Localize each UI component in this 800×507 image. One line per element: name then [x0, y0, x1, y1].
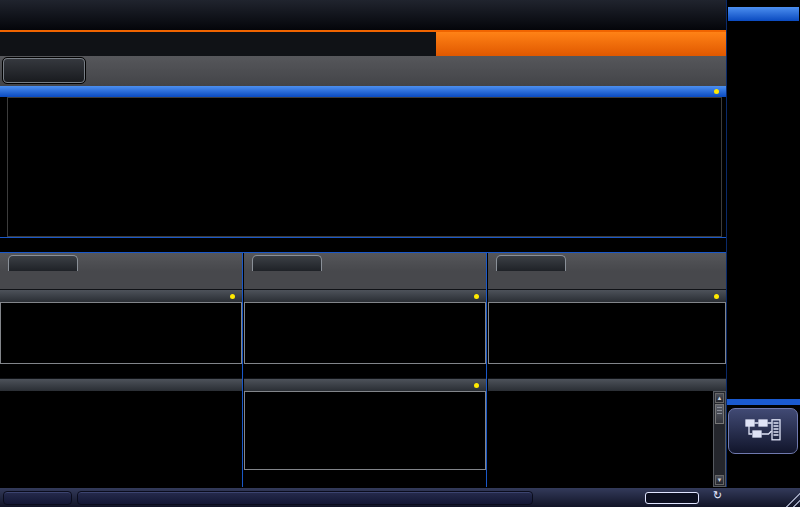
- ref-sync-icon: ↻: [713, 490, 722, 501]
- vsa3-window-a-title: [488, 289, 726, 302]
- vector-axis-range: [244, 470, 486, 484]
- softkey-menu-title: [728, 7, 799, 21]
- trace-legend[interactable]: [714, 89, 722, 94]
- vector-iq-plot: [244, 391, 486, 470]
- scroll-up-icon[interactable]: ▲: [715, 393, 724, 403]
- scroll-down-icon[interactable]: ▼: [715, 475, 724, 485]
- vector-window: [244, 391, 486, 487]
- symbols-window: ▲ ▼: [488, 391, 726, 487]
- tab-bar: [0, 30, 726, 56]
- app-screen: ▲ ▼ ↻: [0, 0, 800, 507]
- softkey-sidebar: [727, 0, 800, 487]
- result-summary-title: [0, 378, 242, 391]
- spectrum-scale-bar: [0, 237, 726, 253]
- status-bar: ↻: [0, 487, 800, 507]
- vector-window-title: [244, 378, 486, 391]
- channel-settings-bar: [0, 56, 726, 86]
- toolbar: [0, 0, 726, 30]
- trace-color-dot: [714, 89, 719, 94]
- vsa3-axis-range: [488, 364, 726, 378]
- vsa3-tab[interactable]: [496, 255, 566, 271]
- vsa3-panel: ▲ ▼: [488, 253, 726, 487]
- mode-banner-background: [436, 32, 726, 56]
- vsa1-tab[interactable]: [8, 255, 78, 271]
- vsa3-constellation-plot: [488, 302, 726, 364]
- panel-separator: [486, 253, 488, 487]
- symbols-window-title: [488, 378, 726, 391]
- vsa2-window-a-title: [244, 289, 486, 302]
- resize-grip: [782, 489, 800, 507]
- vsa2-real-plot: [244, 302, 486, 364]
- vsa1-window-a-title: [0, 289, 242, 302]
- overview-flow-icon: [745, 419, 781, 441]
- scrollbar-thumb[interactable]: [715, 404, 724, 424]
- measurement-progress-bar: [645, 492, 699, 504]
- symbols-scrollbar[interactable]: ▲ ▼: [713, 391, 726, 487]
- spectrum-plot: [7, 97, 722, 237]
- softkey-divider: [727, 399, 800, 405]
- vsa1-constellation-plot: [0, 302, 242, 364]
- status-field-2: [77, 491, 533, 505]
- spectrum-title-bar: [0, 86, 726, 97]
- vsa1-axis-range: [0, 364, 242, 378]
- status-field-1: [3, 491, 72, 505]
- vsa1-panel: [0, 253, 242, 487]
- vsa2-panel: [244, 253, 486, 487]
- panel-separator: [242, 253, 244, 487]
- result-summary-window: [0, 391, 242, 487]
- spectrum-window: [0, 86, 726, 253]
- vsa2-tab[interactable]: [252, 255, 322, 271]
- ext-ref-indicator: ↻: [712, 490, 722, 501]
- vsa2-axis-range: [244, 364, 486, 378]
- overview-button[interactable]: [728, 408, 798, 454]
